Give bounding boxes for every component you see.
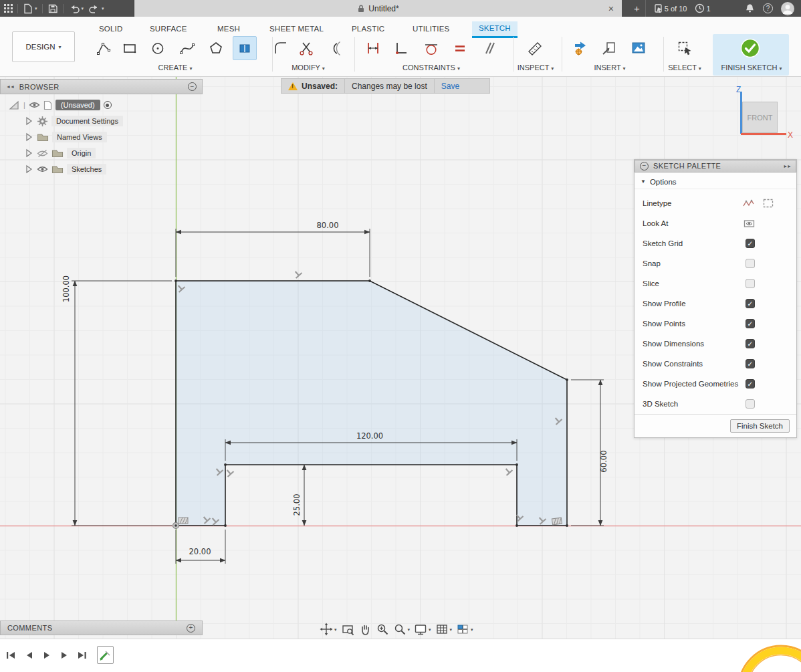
browser-panel-header[interactable]: ◄◄ BROWSER −	[0, 79, 203, 94]
constraints-group-label[interactable]: CONSTRAINTS ▾	[361, 64, 501, 72]
tab-plastic[interactable]: PLASTIC	[352, 22, 384, 35]
canvas-viewport[interactable]: 80.00 100.00 120.00 25.00 60.00	[0, 77, 801, 639]
file-menu-icon[interactable]: ▾	[23, 3, 37, 14]
insert-svg-tool[interactable]	[569, 36, 593, 60]
insert-decal-tool[interactable]	[597, 36, 621, 60]
zoom-window-tool[interactable]: ▾	[393, 623, 411, 636]
fillet-tool[interactable]	[269, 36, 293, 60]
offset-tool[interactable]	[322, 36, 346, 60]
look-at-icon[interactable]	[743, 218, 755, 229]
collapse-panel-icon[interactable]: ►►	[783, 164, 791, 169]
tab-mesh[interactable]: MESH	[217, 22, 240, 35]
look-at-tool[interactable]	[341, 623, 354, 636]
line-tool[interactable]	[92, 36, 116, 60]
visibility-off-eye-icon[interactable]	[37, 149, 48, 158]
zoom-tool[interactable]	[376, 623, 389, 636]
activate-radio-icon[interactable]	[104, 101, 112, 109]
expand-caret-icon[interactable]	[24, 132, 33, 142]
add-comment-icon[interactable]: +	[187, 624, 195, 633]
dimension-slot-depth[interactable]: 25.00	[292, 465, 304, 526]
browser-item-origin[interactable]: Origin	[24, 146, 96, 160]
notifications-bell-icon[interactable]	[745, 3, 755, 13]
expand-caret-icon[interactable]	[24, 116, 33, 126]
trim-tool[interactable]	[294, 36, 318, 60]
tangent-constraint-tool[interactable]	[419, 36, 443, 60]
visibility-eye-icon[interactable]	[29, 101, 40, 109]
dimension-top-width[interactable]: 80.00	[176, 221, 370, 277]
show-constraints-checkbox[interactable]	[746, 359, 755, 368]
browser-root-row[interactable]: | (Unsaved)	[8, 98, 112, 112]
viewports-tool[interactable]: ▾	[456, 623, 473, 636]
inspect-group-label[interactable]: INSPECT ▾	[495, 64, 576, 72]
display-settings-tool[interactable]: ▾	[414, 623, 431, 636]
new-tab-button[interactable]: +	[628, 0, 646, 17]
browser-item-label[interactable]: Origin	[67, 148, 96, 158]
sketch-dimension-tool[interactable]	[361, 36, 385, 60]
help-icon[interactable]: ?	[763, 3, 773, 13]
construction-linetype-icon[interactable]	[743, 198, 754, 209]
collapse-panel-icon[interactable]: ◄◄	[6, 84, 14, 89]
slice-checkbox[interactable]	[746, 279, 755, 288]
version-history[interactable]: 1	[695, 3, 710, 13]
slot-tool-active[interactable]	[233, 36, 257, 60]
document-tab[interactable]: Untitled* ×	[134, 0, 622, 17]
select-tool[interactable]	[673, 36, 697, 60]
minimize-panel-icon[interactable]: −	[640, 162, 649, 171]
insert-canvas-tool[interactable]	[626, 36, 651, 60]
browser-item-label[interactable]: Named Views	[52, 132, 107, 142]
finish-sketch-button[interactable]	[738, 36, 762, 60]
tab-surface[interactable]: SURFACE	[150, 22, 187, 35]
horizontal-vertical-constraint-tool[interactable]	[389, 36, 413, 60]
select-group-label[interactable]: SELECT ▾	[645, 64, 725, 72]
snap-checkbox[interactable]	[746, 259, 755, 268]
dimension-left-height[interactable]: 100.00	[62, 275, 172, 526]
pan-hand-tool[interactable]	[358, 623, 372, 636]
equal-constraint-tool[interactable]	[448, 36, 472, 60]
document-name[interactable]: (Unsaved)	[55, 100, 100, 110]
parallel-constraint-tool[interactable]	[477, 36, 501, 60]
save-icon[interactable]	[47, 3, 58, 14]
visibility-eye-icon[interactable]	[37, 165, 48, 173]
rectangle-tool[interactable]	[118, 36, 142, 60]
minimize-panel-icon[interactable]: −	[188, 82, 197, 91]
options-section-header[interactable]: ▼ Options	[635, 175, 796, 189]
browser-item-label[interactable]: Document Settings	[51, 116, 123, 126]
modify-group-label[interactable]: MODIFY ▾	[269, 64, 348, 72]
comments-panel-header[interactable]: COMMENTS +	[0, 621, 203, 635]
show-profile-checkbox[interactable]	[746, 299, 755, 308]
browser-item-named-views[interactable]: Named Views	[24, 130, 107, 144]
circle-tool[interactable]	[146, 36, 170, 60]
tab-solid[interactable]: SOLID	[99, 22, 123, 35]
dimension-right-height[interactable]: 60.00	[571, 380, 608, 526]
finish-sketch-palette-button[interactable]: Finish Sketch	[730, 419, 790, 433]
insert-group-label[interactable]: INSERT ▾	[569, 64, 651, 72]
tab-utilities[interactable]: UTILITIES	[413, 22, 449, 35]
finish-sketch-group-label[interactable]: FINISH SKETCH ▾	[714, 64, 789, 72]
browser-item-document-settings[interactable]: Document Settings	[24, 114, 123, 128]
grid-settings-tool[interactable]: ▾	[435, 623, 453, 636]
expand-caret-icon[interactable]	[24, 148, 33, 158]
dimension-bottom-offset[interactable]: 20.00	[176, 530, 225, 564]
app-grid-menu-icon[interactable]	[4, 4, 13, 13]
polygon-tool[interactable]	[204, 36, 228, 60]
sketch-profile[interactable]	[176, 281, 567, 526]
3d-sketch-checkbox[interactable]	[746, 399, 755, 409]
viewcube-front-face[interactable]: FRONT	[742, 102, 778, 133]
show-projected-geometries-checkbox[interactable]	[746, 379, 755, 388]
browser-item-label[interactable]: Sketches	[67, 164, 106, 175]
expand-caret-icon[interactable]	[24, 164, 33, 175]
documents-count[interactable]: 5 of 10	[654, 3, 687, 13]
show-dimensions-checkbox[interactable]	[746, 339, 755, 348]
pan-orbit-tool[interactable]: ▾	[320, 623, 337, 636]
browser-item-sketches[interactable]: Sketches	[24, 162, 106, 177]
design-workspace-button[interactable]: DESIGN ▾	[12, 31, 75, 62]
projected-linetype-icon[interactable]	[762, 198, 774, 209]
tab-sheet-metal[interactable]: SHEET METAL	[269, 22, 324, 35]
create-group-label[interactable]: CREATE ▾	[92, 64, 259, 72]
redo-icon[interactable]: ▾	[88, 3, 104, 13]
avatar[interactable]	[781, 2, 794, 15]
undo-icon[interactable]: ▾	[68, 3, 84, 13]
origin-point[interactable]	[173, 523, 179, 529]
sketch-palette-header[interactable]: − SKETCH PALETTE ►►	[635, 160, 796, 173]
close-tab-icon[interactable]: ×	[608, 4, 614, 13]
